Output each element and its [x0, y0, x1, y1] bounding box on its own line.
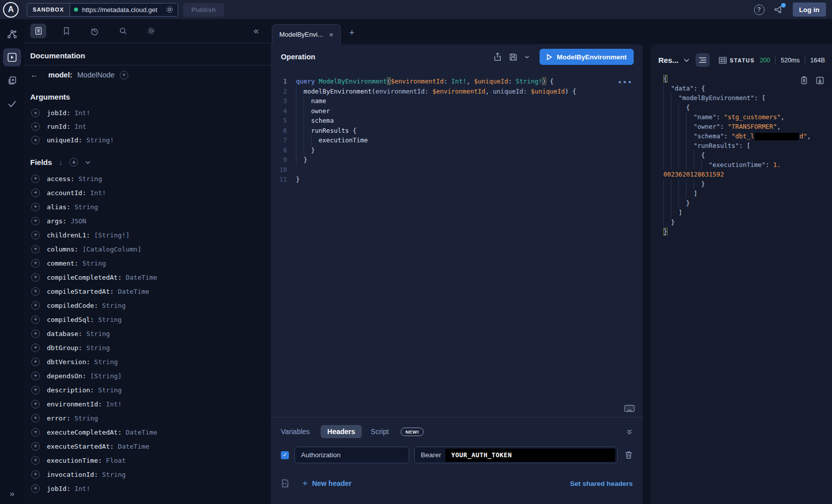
doc-field-row[interactable]: +args:JSON [31, 214, 271, 228]
fields-options-chevron-icon[interactable] [85, 160, 91, 164]
doc-field-row[interactable]: +executeCompletedAt:DateTime [31, 425, 271, 439]
doc-field-row[interactable]: +compiledSql:String [31, 312, 271, 326]
doc-argument-row[interactable]: +runId:Int [31, 120, 271, 133]
publish-button[interactable]: Publish [183, 3, 224, 17]
new-tab-icon[interactable]: + [349, 27, 354, 38]
add-doc-field-icon[interactable]: + [31, 217, 40, 225]
doc-field-row[interactable]: +description:String [31, 383, 271, 397]
header-value-input[interactable]: Bearer YOUR_AUTH_TOKEN [414, 447, 618, 463]
share-operation-icon[interactable] [493, 52, 502, 61]
add-doc-argument-icon[interactable]: + [31, 109, 40, 117]
login-button[interactable]: Log in [793, 3, 826, 17]
add-doc-field-icon[interactable]: + [31, 372, 40, 380]
doc-field-row[interactable]: +compileCompletedAt:DateTime [31, 270, 271, 284]
add-doc-field-icon[interactable]: + [31, 442, 40, 451]
doc-field-row[interactable]: +executionTime:Float [31, 453, 271, 467]
doc-argument-row[interactable]: +uniqueId:String! [31, 133, 271, 147]
table-view-icon[interactable] [716, 53, 730, 67]
search-icon[interactable] [115, 24, 131, 38]
doc-field-row[interactable]: +compiledCode:String [31, 298, 271, 312]
new-header-button[interactable]: + New header [302, 478, 352, 488]
operation-editor[interactable]: 1query ModelByEnvironment($environmentId… [271, 69, 643, 417]
help-icon[interactable]: ? [754, 5, 765, 15]
doc-field-row[interactable]: +dependsOn:[String] [31, 369, 271, 383]
response-dropdown-chevron-icon[interactable] [684, 58, 690, 62]
add-doc-field-icon[interactable]: + [31, 259, 40, 268]
add-doc-field-icon[interactable]: + [31, 301, 40, 310]
nav-checklist-icon[interactable] [3, 95, 21, 113]
back-arrow-icon[interactable]: ← [30, 70, 43, 79]
add-field-icon[interactable]: + [120, 71, 128, 79]
tab-variables[interactable]: Variables [281, 428, 310, 436]
collapse-panel-chevrons-icon[interactable] [626, 429, 633, 435]
nav-explorer-icon[interactable] [3, 48, 21, 66]
bookmarks-icon[interactable] [58, 24, 74, 38]
doc-field-row[interactable]: +database:String [31, 326, 271, 341]
add-doc-field-icon[interactable]: + [31, 484, 40, 493]
add-doc-field-icon[interactable]: + [31, 386, 40, 394]
add-doc-field-icon[interactable]: + [31, 189, 40, 197]
collapse-docs-icon[interactable]: « [254, 26, 259, 36]
set-shared-headers-link[interactable]: Set shared headers [570, 480, 633, 487]
docs-settings-gear-icon[interactable] [143, 24, 159, 38]
edit-as-text-icon[interactable] [281, 479, 289, 488]
run-operation-button[interactable]: ModelByEnvironment [540, 49, 634, 65]
add-doc-field-icon[interactable]: + [31, 175, 40, 183]
nav-sandbox-pages-icon[interactable] [3, 71, 21, 90]
nav-schema-graph-icon[interactable] [3, 25, 21, 43]
expand-rail-icon[interactable]: » [10, 489, 14, 499]
doc-field-row[interactable]: +alias:String [31, 200, 271, 214]
more-options-icon[interactable]: ••• [618, 77, 633, 88]
operation-tab[interactable]: ModelByEnvi... × [272, 24, 341, 44]
doc-field-row[interactable]: +executeStartedAt:DateTime [31, 439, 271, 453]
doc-field-row[interactable]: +environmentId:Int! [31, 397, 271, 411]
endpoint-settings-gear-icon[interactable] [166, 6, 174, 14]
add-doc-field-icon[interactable]: + [31, 344, 40, 352]
add-doc-argument-icon[interactable]: + [31, 122, 40, 131]
doc-field-row[interactable]: +dbtVersion:String [31, 355, 271, 369]
add-doc-field-icon[interactable]: + [31, 414, 40, 423]
add-doc-argument-icon[interactable]: + [31, 136, 40, 144]
copy-response-icon[interactable] [800, 76, 808, 85]
apollo-logo-icon[interactable]: A [3, 2, 19, 18]
doc-field-row[interactable]: +compileStartedAt:DateTime [31, 284, 271, 298]
add-doc-field-icon[interactable]: + [31, 470, 40, 479]
breadcrumb-type[interactable]: ModelNode [78, 71, 115, 79]
sort-fields-icon[interactable]: ↓ [59, 158, 62, 166]
delete-header-trash-icon[interactable] [625, 451, 633, 459]
header-enabled-checkbox[interactable]: ✓ [281, 451, 289, 459]
doc-field-row[interactable]: +columns:[CatalogColumn] [31, 242, 271, 256]
announcements-megaphone-icon[interactable] [774, 5, 784, 15]
add-doc-field-icon[interactable]: + [31, 358, 40, 366]
close-tab-icon[interactable]: × [329, 30, 334, 39]
doc-field-row[interactable]: +childrenL1:[String!] [31, 228, 271, 242]
add-doc-field-icon[interactable]: + [31, 428, 40, 437]
doc-argument-row[interactable]: +jobId:Int! [31, 106, 271, 120]
endpoint-url[interactable]: https://metadata.cloud.get [82, 6, 162, 14]
doc-field-row[interactable]: +comment:String [31, 256, 271, 270]
doc-field-row[interactable]: +error:String [31, 411, 271, 425]
response-label[interactable]: Res... [658, 56, 678, 64]
keyboard-shortcuts-icon[interactable] [624, 405, 635, 412]
add-doc-field-icon[interactable]: + [31, 273, 40, 282]
add-all-fields-icon[interactable]: + [69, 158, 78, 166]
header-key-input[interactable]: Authorization [294, 447, 409, 463]
add-doc-field-icon[interactable]: + [31, 456, 40, 465]
tab-headers[interactable]: Headers [321, 425, 361, 438]
endpoint-url-field[interactable]: https://metadata.cloud.get [69, 4, 178, 16]
save-options-chevron-icon[interactable] [524, 55, 530, 59]
add-doc-field-icon[interactable]: + [31, 400, 40, 408]
doc-field-row[interactable]: +invocationId:String [31, 467, 271, 481]
add-doc-field-icon[interactable]: + [31, 329, 40, 338]
history-icon[interactable] [87, 24, 103, 38]
doc-field-row[interactable]: +accountId:Int! [31, 186, 271, 200]
download-response-icon[interactable] [816, 76, 824, 85]
docs-tab-icon[interactable] [30, 24, 46, 38]
add-doc-field-icon[interactable]: + [31, 287, 40, 296]
doc-field-row[interactable]: +jobId:Int! [31, 481, 271, 495]
tab-script[interactable]: Script [371, 428, 389, 436]
doc-field-row[interactable]: +access:String [31, 172, 271, 186]
add-doc-field-icon[interactable]: + [31, 203, 40, 211]
add-doc-field-icon[interactable]: + [31, 315, 40, 324]
doc-field-row[interactable]: +dbtGroup:String [31, 341, 271, 355]
